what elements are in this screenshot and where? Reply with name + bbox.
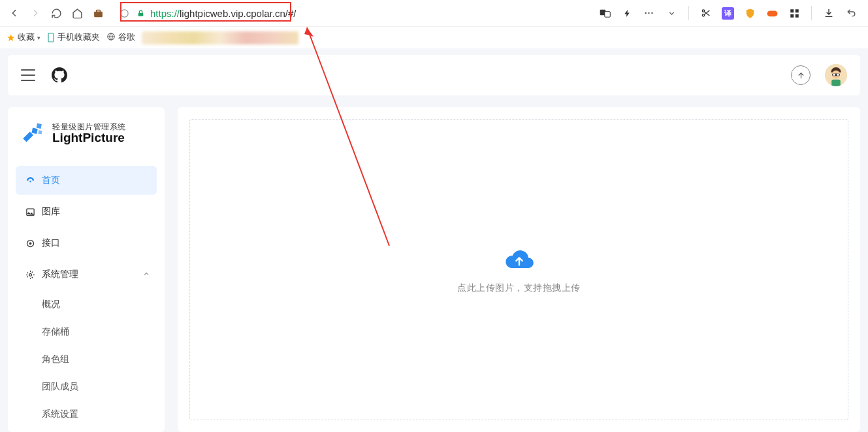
- sidebar-sub-team[interactable]: 团队成员: [16, 374, 157, 400]
- svg-point-2: [120, 9, 127, 16]
- sidebar-item-home[interactable]: 首页: [16, 166, 157, 195]
- sidebar-item-gallery[interactable]: 图库: [16, 197, 157, 226]
- api-icon: [25, 238, 35, 248]
- lock-icon: [135, 7, 146, 19]
- favorites-menu[interactable]: ★ 收藏 ▾: [7, 32, 40, 44]
- svg-rect-13: [48, 33, 54, 42]
- briefcase-icon[interactable]: [89, 4, 107, 22]
- toolbar-right: ··· 译: [593, 6, 863, 20]
- svg-rect-3: [138, 12, 143, 16]
- chevron-up-icon: [142, 269, 150, 280]
- bookmark-google[interactable]: 谷歌: [106, 32, 135, 43]
- svg-point-6: [702, 10, 704, 12]
- mobile-fav-label: 手机收藏夹: [57, 32, 100, 43]
- image-icon: [25, 207, 35, 217]
- app-area: 轻量级图片管理系统 LightPicture 首页 图库: [0, 55, 868, 432]
- gear-icon: [25, 269, 35, 280]
- sidebar-sub-bucket[interactable]: 存储桶: [16, 319, 157, 345]
- blurred-bookmarks: [142, 31, 298, 44]
- sidebar-item-system[interactable]: 系统管理: [16, 260, 157, 289]
- svg-rect-22: [37, 124, 42, 129]
- svg-rect-10: [795, 9, 798, 12]
- translate-badge-icon[interactable]: 译: [722, 7, 734, 20]
- svg-point-18: [833, 74, 835, 76]
- browser-toolbar: https://lightpicweb.vip.cpolar.cn/#/ ···…: [0, 0, 868, 26]
- dashboard-icon: [25, 175, 35, 186]
- cloud-upload-icon: [503, 246, 536, 272]
- download-icon[interactable]: [822, 7, 835, 20]
- svg-rect-12: [795, 14, 798, 17]
- bookmarks-bar: ★ 收藏 ▾ 手机收藏夹 谷歌: [0, 26, 868, 48]
- apps-grid-icon[interactable]: [788, 7, 801, 20]
- logo-subtitle: 轻量级图片管理系统: [52, 123, 126, 131]
- svg-rect-8: [767, 10, 777, 16]
- sub-label: 团队成员: [42, 381, 78, 393]
- logo: 轻量级图片管理系统 LightPicture: [20, 120, 153, 148]
- app-header-right: [791, 64, 847, 86]
- sub-label: 存储桶: [42, 326, 69, 338]
- svg-rect-1: [96, 10, 100, 12]
- svg-rect-5: [604, 11, 610, 17]
- dropdown-icon: ▾: [37, 35, 40, 41]
- mobile-favorites[interactable]: 手机收藏夹: [47, 32, 100, 43]
- nav-label: 图库: [42, 206, 60, 218]
- svg-rect-20: [831, 80, 841, 86]
- svg-point-7: [702, 14, 704, 16]
- app-header-left: [21, 67, 68, 84]
- sidebar-sub-overview[interactable]: 概况: [16, 291, 157, 318]
- sidebar-item-api[interactable]: 接口: [16, 229, 157, 258]
- scissors-icon[interactable]: [699, 7, 713, 20]
- svg-point-27: [29, 242, 31, 244]
- content-row: 轻量级图片管理系统 LightPicture 首页 图库: [8, 107, 860, 432]
- app-header: [8, 55, 860, 95]
- svg-point-19: [837, 74, 839, 76]
- home-button[interactable]: [68, 4, 86, 22]
- separator: [811, 6, 812, 20]
- sub-label: 概况: [42, 299, 60, 310]
- globe-icon: [106, 32, 116, 43]
- chevron-down-icon[interactable]: [665, 7, 678, 20]
- github-icon[interactable]: [51, 67, 68, 84]
- more-icon[interactable]: ···: [643, 7, 656, 20]
- svg-rect-9: [790, 9, 794, 12]
- google-label: 谷歌: [118, 32, 135, 43]
- svg-point-24: [29, 180, 31, 182]
- sidebar-sub-settings[interactable]: 系统设置: [16, 401, 157, 427]
- url-text: https://lightpicweb.vip.cpolar.cn/#/: [150, 8, 296, 19]
- svg-rect-23: [38, 130, 42, 134]
- translate-icon[interactable]: [598, 7, 611, 20]
- address-bar[interactable]: https://lightpicweb.vip.cpolar.cn/#/: [118, 3, 583, 23]
- dropzone-text: 点此上传图片，支持拖拽上传: [457, 282, 581, 294]
- site-info-icon[interactable]: [118, 7, 131, 20]
- nav-label: 系统管理: [42, 269, 78, 280]
- favorites-label: 收藏: [18, 32, 35, 43]
- menu-toggle-button[interactable]: [21, 69, 35, 81]
- main-panel: 点此上传图片，支持拖拽上传: [178, 107, 860, 432]
- nav-label: 首页: [42, 174, 60, 186]
- upload-dropzone[interactable]: 点此上传图片，支持拖拽上传: [189, 119, 848, 420]
- sidebar: 轻量级图片管理系统 LightPicture 首页 图库: [8, 107, 165, 432]
- svg-rect-11: [790, 14, 794, 17]
- reload-button[interactable]: [47, 4, 65, 22]
- sidebar-sub-role[interactable]: 角色组: [16, 346, 157, 373]
- avatar[interactable]: [825, 64, 847, 86]
- star-icon: ★: [7, 32, 15, 44]
- flash-icon[interactable]: [620, 7, 634, 20]
- svg-rect-21: [31, 128, 37, 134]
- url-host-path: lightpicweb.vip.cpolar.cn/#/: [180, 8, 296, 19]
- shield-icon[interactable]: [743, 7, 756, 20]
- url-scheme: https://: [150, 8, 180, 19]
- upload-button[interactable]: [791, 65, 811, 85]
- sub-label: 角色组: [42, 354, 69, 365]
- forward-button[interactable]: [26, 4, 44, 22]
- phone-icon: [47, 33, 55, 42]
- undo-icon[interactable]: [844, 7, 858, 20]
- nav-label: 接口: [42, 237, 60, 249]
- logo-mark-icon: [20, 120, 47, 148]
- back-button[interactable]: [5, 4, 24, 22]
- svg-point-28: [29, 273, 31, 276]
- sub-label: 系统设置: [42, 408, 78, 420]
- gamepad-icon[interactable]: [765, 7, 779, 20]
- logo-title: LightPicture: [52, 131, 126, 145]
- separator: [688, 6, 689, 20]
